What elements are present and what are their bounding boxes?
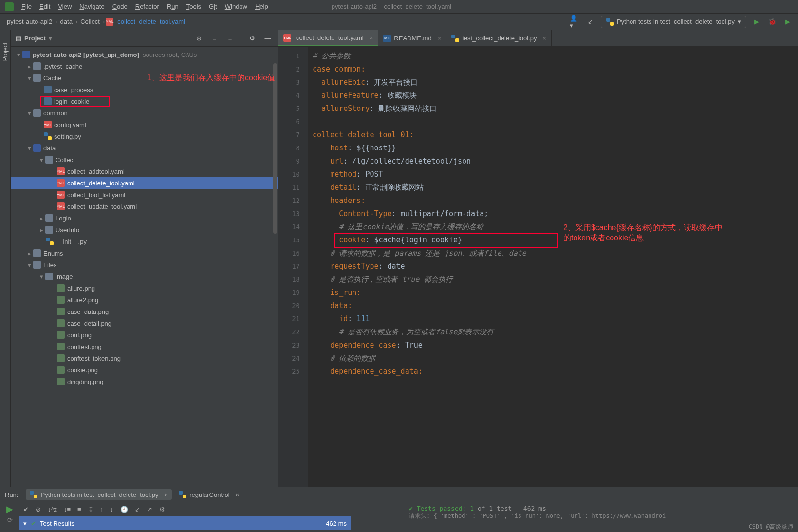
chevron-down-icon[interactable]: ▾ [49, 35, 52, 42]
folder-icon [22, 51, 30, 58]
select-opened-file-icon[interactable]: ⊕ [194, 33, 204, 44]
editor-body[interactable]: 1234567891011121314151617181920212223242… [278, 47, 798, 494]
run-button[interactable]: ▶ [751, 17, 762, 27]
tree-item[interactable]: Login [56, 215, 71, 222]
tree-item[interactable]: case_data.png [67, 308, 109, 315]
tree-item[interactable]: conftest_token.png [67, 355, 121, 362]
history-icon[interactable]: 🕘 [120, 506, 128, 513]
test-results-row[interactable]: ▾ ✔ Test Results 462 ms [19, 516, 351, 530]
show-passed-icon[interactable]: ✔ [23, 506, 29, 513]
prev-icon[interactable]: ↑ [100, 506, 104, 513]
tree-item[interactable]: __init__.py [56, 238, 87, 245]
check-icon: ✔ [409, 505, 413, 512]
tree-item[interactable]: collect_addtool.yaml [67, 168, 125, 175]
chevron-down-icon[interactable]: ▾ [23, 520, 27, 527]
menu-file[interactable]: File [19, 2, 35, 11]
menu-code[interactable]: Code [110, 2, 130, 11]
chevron-down-icon: ▾ [738, 18, 741, 25]
expand-icon[interactable]: ↓≡ [64, 506, 71, 513]
tree-item[interactable]: Collect [56, 156, 75, 164]
tree-item[interactable]: conftest.png [67, 343, 102, 350]
run-console[interactable]: ✔ Tests passed: 1 of 1 test – 462 ms 请求头… [404, 502, 798, 532]
tree-item[interactable]: .pytest_cache [43, 63, 82, 70]
close-icon[interactable]: × [438, 35, 442, 42]
menu-navigate[interactable]: Navigate [76, 2, 107, 11]
tree-item[interactable]: config.yaml [54, 121, 86, 128]
run-configuration-selector[interactable]: Python tests in test_collect_delete_tool… [601, 16, 746, 28]
tree-item[interactable]: Files [43, 261, 56, 269]
vcs-update-icon[interactable]: ↙ [585, 17, 596, 27]
tab-readme[interactable]: MDREADME.md× [378, 30, 446, 46]
import-icon[interactable]: ↙ [135, 506, 140, 513]
menu-run[interactable]: Run [164, 2, 182, 11]
next-icon[interactable]: ↓ [110, 506, 113, 513]
tree-item[interactable]: Cache [43, 74, 62, 82]
rerun-button[interactable]: ▶ [6, 504, 13, 514]
tests-passed-text: Tests passed: 1 [417, 505, 474, 512]
crumb-collect[interactable]: Collect [78, 18, 102, 25]
tree-item[interactable]: setting.py [54, 133, 81, 140]
tab-test-file[interactable]: test_collect_delete_tool.py× [446, 30, 552, 46]
scrollbar[interactable] [273, 63, 277, 234]
tree-item[interactable]: collect_update_tool.yaml [67, 203, 137, 210]
crumb-file[interactable]: collect_delete_tool.yaml [115, 18, 187, 25]
close-icon[interactable]: × [542, 35, 546, 42]
menu-window[interactable]: Window [222, 2, 250, 11]
tree-root[interactable]: pytest-auto-api2 [pytest_api_demo] [33, 51, 139, 58]
close-icon[interactable]: × [236, 491, 240, 498]
project-tool-button[interactable]: Project [2, 40, 9, 64]
collapse-icon[interactable]: ≡ [77, 506, 81, 513]
close-icon[interactable]: × [370, 34, 373, 41]
user-icon[interactable]: 👤▾ [570, 17, 580, 27]
yaml-icon: YML [57, 167, 65, 175]
menu-view[interactable]: View [55, 2, 74, 11]
tree-item[interactable]: allure2.png [67, 296, 98, 304]
tree-item[interactable]: common [43, 110, 68, 117]
tree-item[interactable]: UserInfo [56, 226, 79, 234]
window-title: pytest-auto-api2 – collect_delete_tool.y… [332, 3, 451, 10]
expand-all-icon[interactable]: ≡ [209, 33, 220, 44]
tree-item[interactable]: data [43, 145, 56, 152]
tab-collect-delete-tool[interactable]: YMLcollect_delete_tool.yaml× [278, 30, 378, 46]
tree-item[interactable]: conf.png [67, 331, 92, 339]
collapse-all-icon[interactable]: ≡ [225, 33, 236, 44]
tree-item[interactable]: allure.png [67, 285, 95, 292]
folder-icon [33, 109, 41, 117]
tree-item[interactable]: cookie.png [67, 367, 98, 374]
stop-button[interactable]: ⟳ [7, 516, 13, 524]
run-tab-regular[interactable]: regularControl× [175, 489, 243, 500]
tree-item-login-cookie[interactable]: login_cookie [54, 98, 89, 105]
tree-item[interactable]: dingding.png [67, 378, 103, 385]
python-icon [451, 35, 459, 42]
run-tab-active[interactable]: Python tests in test_collect_delete_tool… [26, 489, 172, 500]
crumb-root[interactable]: pytest-auto-api2 [5, 18, 54, 25]
menu-edit[interactable]: Edit [37, 2, 53, 11]
menu-refactor[interactable]: Refactor [132, 2, 162, 11]
crumb-data[interactable]: data [58, 18, 74, 25]
gear-icon[interactable]: ⚙ [247, 33, 258, 44]
close-icon[interactable]: × [165, 491, 168, 498]
gear-icon[interactable]: ⚙ [159, 506, 165, 513]
folder-icon [45, 156, 53, 164]
tree-item[interactable]: case_process [54, 86, 93, 93]
tree-item-selected[interactable]: collect_delete_tool.yaml [67, 180, 135, 187]
tree-item[interactable]: case_detail.png [67, 320, 111, 327]
hide-icon[interactable]: — [262, 33, 273, 44]
debug-button[interactable]: 🐞 [767, 17, 778, 27]
markdown-icon: MD [383, 35, 391, 42]
show-ignored-icon[interactable]: ⊘ [36, 506, 41, 513]
project-tree[interactable]: ▾pytest-auto-api2 [pytest_api_demo] sour… [11, 47, 278, 507]
tree-item[interactable]: image [56, 273, 73, 280]
project-panel-title: Project [24, 35, 46, 42]
menu-help[interactable]: Help [252, 2, 271, 11]
tree-item[interactable]: collect_tool_list.yaml [67, 191, 125, 199]
export-icon[interactable]: ↗ [147, 506, 152, 513]
menu-tools[interactable]: Tools [184, 2, 204, 11]
scroll-icon[interactable]: ↧ [88, 506, 93, 513]
python-icon [30, 491, 37, 498]
coverage-button[interactable]: ▶ [782, 17, 793, 27]
sort-icon[interactable]: ↓ᴬz [48, 506, 57, 513]
menu-git[interactable]: Git [206, 2, 220, 11]
code-content[interactable]: # 公共参数case_common: allureEpic: 开发平台接口 al… [308, 47, 798, 494]
tree-item[interactable]: Enums [43, 250, 63, 257]
